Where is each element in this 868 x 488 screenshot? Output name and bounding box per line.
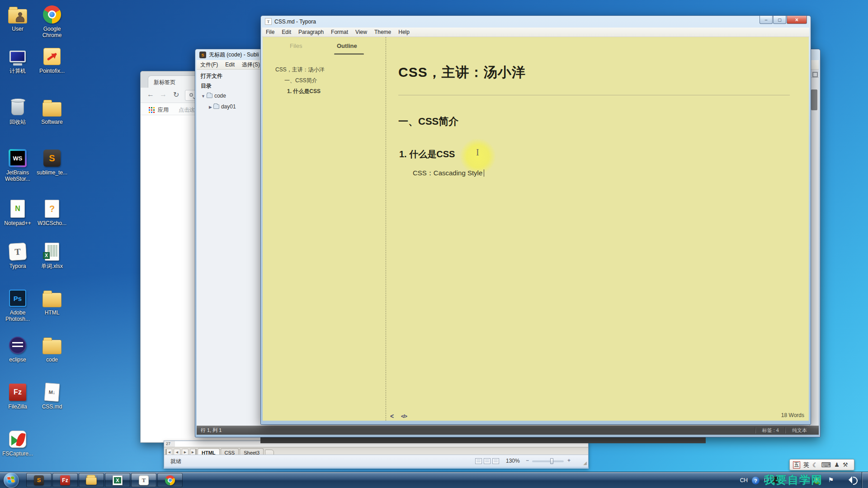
desktop-icon-sublime[interactable]: Ssublime_te... <box>34 148 70 176</box>
menu-file[interactable]: File <box>262 28 278 36</box>
apps-label[interactable]: 应用 <box>158 106 169 114</box>
desktop-icon-computer[interactable]: 计算机 <box>0 47 35 74</box>
desktop-icon-pointofix[interactable]: Pointofix... <box>34 47 70 74</box>
text-caret <box>484 169 484 177</box>
zoom-out-icon[interactable]: − <box>526 457 529 464</box>
action-center-flag-icon[interactable]: ⚑ <box>828 476 834 483</box>
menu-view[interactable]: View <box>352 28 371 36</box>
maximize-button[interactable]: ▢ <box>773 16 786 24</box>
computer-icon <box>9 51 26 62</box>
taskbar-typora[interactable]: T <box>131 473 156 487</box>
back-icon[interactable]: ← <box>147 90 154 99</box>
menu-theme[interactable]: Theme <box>371 28 395 36</box>
user-dict-icon[interactable]: ♟ <box>834 461 840 468</box>
page-break-view-icon[interactable] <box>492 458 499 464</box>
eclipse-icon <box>9 337 26 354</box>
menu-format[interactable]: Format <box>327 28 352 36</box>
desktop-icon-xlsx[interactable]: X单词.xlsx <box>34 242 70 269</box>
normal-view-icon[interactable] <box>475 458 482 464</box>
folder-icon <box>213 104 219 109</box>
document-title[interactable]: CSS，主讲：汤小洋 <box>398 63 526 82</box>
tray-help-icon[interactable]: ? <box>752 477 760 484</box>
scroll-thumb[interactable] <box>811 89 817 110</box>
expand-icon[interactable]: ▼ <box>201 94 205 99</box>
minimize-button[interactable]: – <box>760 16 773 24</box>
window-controls: – ▢ × <box>759 16 807 24</box>
document-paragraph[interactable]: CSS：Cascading Style <box>413 169 484 178</box>
document-heading3[interactable]: 1. 什么是CSS <box>399 148 455 160</box>
menu-edit[interactable]: Edit <box>222 61 238 69</box>
folder-open-icon <box>207 94 212 98</box>
collapse-sidebar-icon[interactable]: < <box>390 413 394 420</box>
reload-icon[interactable]: ↻ <box>173 90 179 99</box>
page-layout-view-icon[interactable] <box>484 458 491 464</box>
show-desktop-button[interactable] <box>862 472 868 488</box>
desktop-icon-html-folder[interactable]: HTML <box>34 288 70 316</box>
tab-outline[interactable]: Outline <box>337 42 357 49</box>
outline-item-2[interactable]: 一、CSS简介 <box>284 77 317 84</box>
tab-files[interactable]: Files <box>290 42 302 49</box>
zoom-slider-thumb[interactable] <box>550 458 553 464</box>
scroll-top-button[interactable] <box>810 70 819 78</box>
lang-indicator[interactable]: 英 <box>803 461 809 469</box>
close-button[interactable]: × <box>787 16 807 24</box>
zoom-level[interactable]: 130% <box>506 458 520 464</box>
zoom-in-icon[interactable]: + <box>567 457 571 464</box>
typora-titlebar[interactable]: T CSS.md - Typora <box>261 16 811 27</box>
outline-item-1[interactable]: CSS，主讲：汤小洋 <box>275 66 325 74</box>
taskbar-excel[interactable]: X <box>105 473 130 487</box>
tree-item-code[interactable]: ▼code <box>201 93 226 99</box>
word-count[interactable]: 18 Words <box>781 412 804 418</box>
folders-label: 目录 <box>201 82 212 90</box>
outline-item-3[interactable]: 1. 什么是CSS <box>287 88 321 95</box>
excel-file-icon: X <box>45 243 59 261</box>
menu-file[interactable]: 文件(F) <box>197 60 222 70</box>
desktop-icon-webstorm[interactable]: WSJetBrains WebStor... <box>0 148 35 182</box>
zoom-slider[interactable] <box>532 460 564 462</box>
apps-grid-icon[interactable] <box>149 107 150 108</box>
start-button[interactable] <box>4 473 19 488</box>
taskbar-explorer[interactable] <box>79 473 104 487</box>
forward-icon[interactable]: → <box>160 90 167 99</box>
desktop-icon-w3school[interactable]: ?W3CScho... <box>34 199 70 226</box>
desktop-icon-photoshop[interactable]: PsAdobe Photosh... <box>0 288 35 322</box>
desktop-icon-recycle-bin[interactable]: 回收站 <box>0 98 35 125</box>
typora-icon: T <box>9 243 27 261</box>
moon-fullhalf-icon[interactable]: ☾ <box>812 461 818 469</box>
tree-item-day01[interactable]: ▶day01 <box>209 103 236 110</box>
menu-paragraph[interactable]: Paragraph <box>295 28 327 36</box>
desktop-icon-typora[interactable]: TTypora <box>0 242 35 269</box>
taskbar-sublime[interactable]: S <box>26 473 52 487</box>
desktop-icon-software[interactable]: Software <box>34 98 70 125</box>
soft-keyboard-icon[interactable]: ⌨ <box>821 461 831 469</box>
menu-edit[interactable]: Edit <box>278 28 295 36</box>
desktop-icon-fscapture[interactable]: FSCapture... <box>0 429 35 457</box>
wubi-indicator[interactable]: 五 <box>793 461 800 469</box>
taskbar-chrome[interactable] <box>157 473 183 487</box>
source-mode-icon[interactable]: </> <box>401 413 407 419</box>
sublime-title: 无标题 (code) - Subli <box>209 51 259 59</box>
tray-lang-label[interactable]: CH <box>740 477 748 483</box>
desktop-icon-notepadpp[interactable]: NNotepad++ <box>0 199 35 226</box>
sublime-app-icon: S <box>199 52 206 58</box>
filezilla-icon: Fz <box>9 384 26 401</box>
taskbar-filezilla[interactable]: Fz <box>52 473 78 487</box>
document-heading2[interactable]: 一、CSS简介 <box>398 115 458 128</box>
desktop-icon-user[interactable]: User <box>0 5 35 32</box>
browser-tab[interactable]: 新标签页 <box>148 75 202 88</box>
desktop-icon-code-folder[interactable]: code <box>34 335 70 363</box>
desktop-icon-filezilla[interactable]: FzFileZilla <box>0 382 35 410</box>
desktop-icon-chrome[interactable]: Google Chrome <box>34 5 70 38</box>
menu-selection[interactable]: 选择(S) <box>238 60 264 70</box>
chrome-icon <box>43 5 61 23</box>
collapse-icon[interactable]: ▶ <box>209 105 212 109</box>
ime-settings-icon[interactable]: ⚒ <box>843 461 848 468</box>
menu-help[interactable]: Help <box>395 28 413 36</box>
syntax-indicator[interactable]: 纯文本 <box>792 427 807 434</box>
user-folder-icon <box>8 9 27 23</box>
horizontal-rule <box>398 95 790 95</box>
tab-size-indicator[interactable]: 标签 : 4 <box>762 427 779 434</box>
desktop-icon-eclipse[interactable]: eclipse <box>0 335 35 363</box>
active-tab-underline <box>334 53 364 55</box>
desktop-icon-cssmd[interactable]: M↓CSS.md <box>34 382 70 410</box>
